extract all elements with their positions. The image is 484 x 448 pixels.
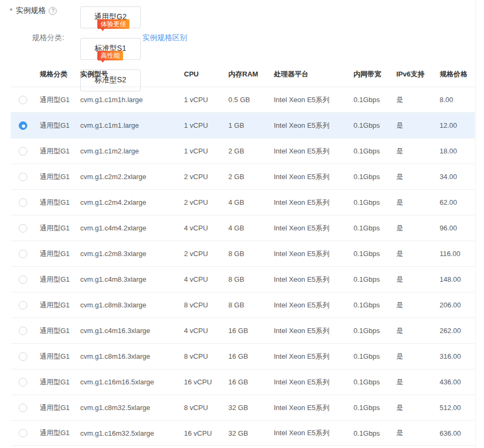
row-radio[interactable]	[19, 198, 27, 207]
promo-badge: 体验更佳	[97, 19, 129, 29]
cell-platform: Intel Xeon E5系列	[270, 352, 349, 361]
cell-ram: 1 GB	[224, 121, 270, 129]
cell-model: cvm.g1.c16m32.5xlarge	[76, 429, 180, 437]
cell-bandwidth: 0.1Gbps	[349, 198, 392, 206]
cell-ipv6: 是	[392, 275, 435, 284]
table-row[interactable]: 通用型G1 cvm.g1.c2m8.3xlarge 2 vCPU 8 GB In…	[11, 241, 475, 266]
cell-bandwidth: 0.1Gbps	[349, 352, 392, 360]
help-icon[interactable]: ?	[49, 7, 57, 15]
row-radio[interactable]	[19, 352, 27, 361]
cell-platform: Intel Xeon E5系列	[270, 377, 349, 387]
table-row[interactable]: 通用型G1 cvm.g1.c8m16.3xlarge 8 vCPU 16 GB …	[11, 343, 475, 369]
cell-ram: 8 GB	[224, 301, 270, 309]
cell-bandwidth: 0.1Gbps	[349, 121, 392, 129]
table-row[interactable]: 通用型G1 cvm.g1.c4m4.2xlarge 4 vCPU 4 GB In…	[11, 215, 475, 241]
cell-ram: 0.5 GB	[224, 96, 270, 104]
cell-platform: Intel Xeon E5系列	[270, 198, 349, 207]
row-radio[interactable]	[19, 147, 27, 156]
cell-model: cvm.g1.c8m32.5xlarge	[76, 404, 180, 412]
cell-ipv6: 是	[392, 377, 435, 387]
cell-category: 通用型G1	[35, 249, 76, 259]
header-ipv6: IPv6支持	[392, 69, 435, 79]
table-row[interactable]: 通用型G1 cvm.g1.c1m2.large 1 vCPU 2 GB Inte…	[11, 138, 475, 164]
header-price: 规格价格	[435, 69, 475, 79]
row-radio[interactable]	[19, 327, 27, 335]
cell-ram: 32 GB	[224, 404, 270, 412]
cell-price: 34.00	[435, 173, 475, 181]
cell-cpu: 8 vCPU	[180, 352, 224, 360]
header-cpu: CPU	[180, 70, 224, 78]
cell-cpu: 8 vCPU	[180, 301, 224, 309]
table-row[interactable]: 通用型G1 cvm.g1.c8m8.3xlarge 8 vCPU 8 GB In…	[11, 292, 475, 318]
row-radio[interactable]	[19, 121, 27, 130]
header-category: 规格分类	[35, 69, 76, 79]
row-radio[interactable]	[19, 96, 27, 104]
cell-platform: Intel Xeon E5系列	[270, 300, 349, 310]
cell-category: 通用型G1	[35, 223, 76, 233]
cell-category: 通用型G1	[35, 121, 76, 130]
cell-bandwidth: 0.1Gbps	[349, 147, 392, 155]
row-radio[interactable]	[19, 250, 27, 258]
cell-platform: Intel Xeon E5系列	[270, 223, 349, 233]
cell-model: cvm.g1.c16m16.5xlarge	[76, 378, 180, 386]
cell-ram: 16 GB	[224, 327, 270, 335]
cell-category: 通用型G1	[35, 300, 76, 310]
cell-platform: Intel Xeon E5系列	[270, 428, 349, 438]
table-row[interactable]: 通用型G1 cvm.g1.c8m32.5xlarge 8 vCPU 32 GB …	[11, 395, 475, 420]
cell-price: 148.00	[435, 275, 475, 283]
row-radio[interactable]	[19, 429, 27, 437]
panel-right-border	[475, 0, 476, 448]
cell-ipv6: 是	[392, 95, 435, 105]
cell-cpu: 1 vCPU	[180, 147, 224, 155]
cell-cpu: 16 vCPU	[180, 378, 224, 386]
cell-platform: Intel Xeon E5系列	[270, 121, 349, 130]
cell-cpu: 2 vCPU	[180, 173, 224, 181]
cell-ram: 8 GB	[224, 275, 270, 283]
cell-category: 通用型G1	[35, 428, 76, 438]
cell-ipv6: 是	[392, 198, 435, 207]
cell-category: 通用型G1	[35, 146, 76, 156]
cell-platform: Intel Xeon E5系列	[270, 403, 349, 413]
row-radio[interactable]	[19, 173, 27, 181]
row-radio[interactable]	[19, 301, 27, 310]
cell-cpu: 2 vCPU	[180, 198, 224, 206]
required-asterisk: *	[10, 6, 12, 15]
cell-cpu: 16 vCPU	[180, 429, 224, 437]
category-label: 规格分类:	[32, 33, 64, 43]
cell-ram: 2 GB	[224, 147, 270, 155]
row-radio[interactable]	[19, 404, 27, 412]
cell-price: 8.00	[435, 96, 475, 104]
cell-price: 436.00	[435, 378, 475, 386]
row-radio[interactable]	[19, 378, 27, 387]
cell-model: cvm.g1.c1m1h.large	[76, 96, 180, 104]
cell-bandwidth: 0.1Gbps	[349, 96, 392, 104]
cell-price: 12.00	[435, 121, 475, 129]
row-radio[interactable]	[19, 275, 27, 284]
cell-model: cvm.g1.c1m1.large	[76, 121, 180, 129]
table-row[interactable]: 通用型G1 cvm.g1.c4m16.3xlarge 4 vCPU 16 GB …	[11, 318, 475, 343]
cell-model: cvm.g1.c2m8.3xlarge	[76, 250, 180, 258]
cell-bandwidth: 0.1Gbps	[349, 378, 392, 386]
cell-model: cvm.g1.c4m4.2xlarge	[76, 224, 180, 232]
spec-difference-link[interactable]: 实例规格区别	[142, 33, 187, 43]
table-row[interactable]: 通用型G1 cvm.g1.c2m2.2xlarge 2 vCPU 2 GB In…	[11, 164, 475, 189]
cell-bandwidth: 0.1Gbps	[349, 301, 392, 309]
cell-cpu: 1 vCPU	[180, 96, 224, 104]
table-row[interactable]: 通用型G1 cvm.g1.c4m8.3xlarge 4 vCPU 8 GB In…	[11, 266, 475, 292]
row-radio[interactable]	[19, 224, 27, 233]
cell-bandwidth: 0.1Gbps	[349, 250, 392, 258]
cell-model: cvm.g1.c4m8.3xlarge	[76, 275, 180, 283]
header-model: 实例型号	[76, 69, 180, 79]
cell-ram: 16 GB	[224, 352, 270, 360]
cell-price: 18.00	[435, 147, 475, 155]
cell-category: 通用型G1	[35, 377, 76, 387]
table-row[interactable]: 通用型G1 cvm.g1.c16m16.5xlarge 16 vCPU 16 G…	[11, 369, 475, 395]
cell-price: 62.00	[435, 198, 475, 206]
table-row[interactable]: 通用型G1 cvm.g1.c1m1h.large 1 vCPU 0.5 GB I…	[11, 87, 475, 112]
cell-category: 通用型G1	[35, 275, 76, 284]
cell-ram: 4 GB	[224, 198, 270, 206]
table-row[interactable]: 通用型G1 cvm.g1.c2m4.2xlarge 2 vCPU 4 GB In…	[11, 189, 475, 215]
table-row[interactable]: 通用型G1 cvm.g1.c16m32.5xlarge 16 vCPU 32 G…	[11, 420, 475, 446]
table-row[interactable]: 通用型G1 cvm.g1.c1m1.large 1 vCPU 1 GB Inte…	[11, 112, 475, 138]
cell-ram: 16 GB	[224, 378, 270, 386]
